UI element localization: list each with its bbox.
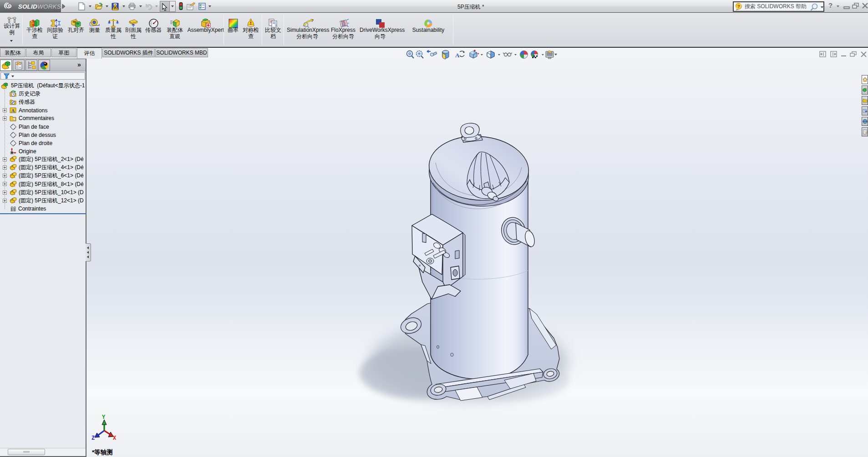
svg-text:Y: Y — [102, 414, 106, 421]
svg-text:?: ? — [737, 4, 740, 9]
svg-text:*等轴测: *等轴测 — [92, 449, 113, 456]
svg-text:A: A — [114, 5, 117, 10]
svg-text:A: A — [11, 108, 15, 113]
svg-text:Z: Z — [91, 435, 95, 442]
svg-text:X: X — [113, 435, 117, 442]
